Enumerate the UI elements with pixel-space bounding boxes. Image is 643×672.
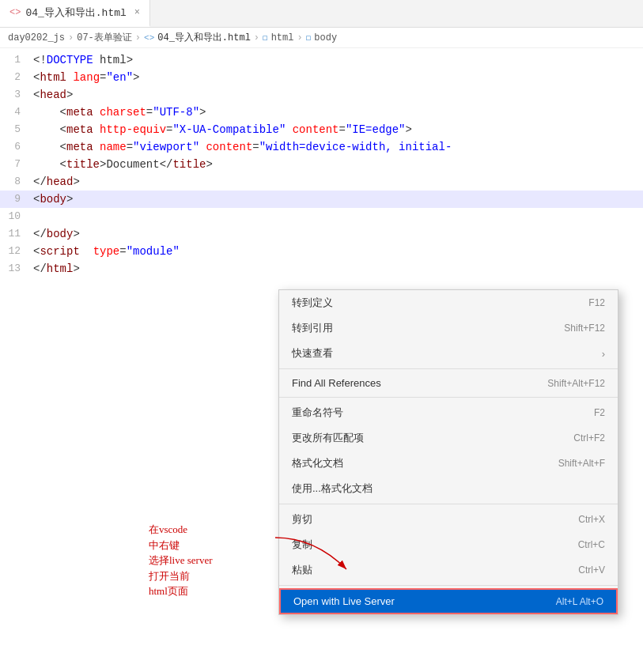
- code-line-7: 7 <title>Document</title>: [0, 156, 643, 173]
- code-line-4: 4 <meta charset="UTF-8">: [0, 104, 643, 121]
- breadcrumb-body[interactable]: body: [314, 32, 337, 43]
- line-content-7: <title>Document</title>: [33, 156, 643, 173]
- menu-paste[interactable]: 粘贴 Ctrl+V: [279, 557, 618, 583]
- breadcrumb-sep-4: ›: [297, 32, 302, 43]
- menu-divider-1: [279, 368, 618, 369]
- menu-rename[interactable]: 重命名符号 F2: [279, 400, 618, 425]
- line-content-3: <head>: [33, 86, 643, 104]
- tab-bar: <> 04_导入和导出.html ×: [0, 0, 643, 28]
- line-number-12: 12: [0, 243, 33, 260]
- menu-rename-label: 重命名符号: [292, 406, 343, 420]
- line-number-7: 7: [0, 156, 33, 173]
- menu-goto-def[interactable]: 转到定义 F12: [279, 290, 618, 315]
- breadcrumb: day0202_js › 07-表单验证 › <> 04_导入和导出.html …: [0, 28, 643, 48]
- menu-copy-label: 复制: [292, 538, 312, 552]
- line-number-1: 1: [0, 51, 33, 69]
- line-number-5: 5: [0, 121, 33, 138]
- code-line-9: 9 <body>: [0, 191, 643, 208]
- editor: 1 <!DOCTYPE html> 2 <html lang="en"> 3 <…: [0, 48, 643, 277]
- menu-find-refs-label: Find All References: [292, 377, 381, 389]
- menu-rename-shortcut: F2: [594, 407, 605, 418]
- breadcrumb-folder[interactable]: 07-表单验证: [77, 31, 132, 44]
- line-content-6: <meta name="viewport" content="width=dev…: [33, 138, 643, 156]
- line-content-5: <meta http-equiv="X-UA-Compatible" conte…: [33, 121, 643, 138]
- code-line-11: 11 </body>: [0, 225, 643, 243]
- code-line-2: 2 <html lang="en">: [0, 69, 643, 86]
- menu-format-with[interactable]: 使用...格式化文档: [279, 476, 618, 501]
- line-number-6: 6: [0, 138, 33, 156]
- menu-divider-4: [279, 585, 618, 586]
- line-content-13: </html>: [33, 260, 643, 277]
- menu-find-refs-shortcut: Shift+Alt+F12: [547, 378, 605, 389]
- menu-change-all[interactable]: 更改所有匹配项 Ctrl+F2: [279, 425, 618, 451]
- code-line-5: 5 <meta http-equiv="X-UA-Compatible" con…: [0, 121, 643, 138]
- menu-goto-ref-shortcut: Shift+F12: [564, 323, 605, 334]
- menu-format-with-label: 使用...格式化文档: [292, 481, 373, 496]
- menu-quick-look-arrow: ›: [602, 348, 605, 360]
- code-line-8: 8 </head>: [0, 173, 643, 191]
- active-tab[interactable]: <> 04_导入和导出.html ×: [0, 0, 150, 27]
- line-number-3: 3: [0, 86, 33, 104]
- menu-format-doc-shortcut: Shift+Alt+F: [558, 458, 605, 469]
- menu-quick-look-label: 快速查看: [292, 346, 333, 361]
- line-number-10: 10: [0, 208, 33, 225]
- breadcrumb-sep-2: ›: [135, 32, 141, 43]
- menu-goto-ref[interactable]: 转到引用 Shift+F12: [279, 315, 618, 341]
- menu-cut[interactable]: 剪切 Ctrl+X: [279, 507, 618, 532]
- menu-quick-look[interactable]: 快速查看 ›: [279, 341, 618, 366]
- menu-find-refs[interactable]: Find All References Shift+Alt+F12: [279, 372, 618, 395]
- line-number-2: 2: [0, 69, 33, 86]
- tab-close-button[interactable]: ×: [134, 7, 140, 18]
- line-content-11: </body>: [33, 225, 643, 243]
- code-line-3: 3 <head>: [0, 86, 643, 104]
- annotation-text: 在vscode中右键选择live server打开当前html页面: [149, 522, 213, 599]
- line-content-2: <html lang="en">: [33, 69, 643, 86]
- line-number-11: 11: [0, 225, 33, 243]
- menu-goto-def-label: 转到定义: [292, 296, 333, 310]
- menu-goto-def-shortcut: F12: [588, 297, 605, 308]
- code-line-13: 13 </html>: [0, 260, 643, 277]
- line-content-12: <script type="module": [33, 243, 643, 260]
- line-number-9: 9: [0, 191, 33, 208]
- menu-goto-ref-label: 转到引用: [292, 321, 333, 335]
- menu-change-all-shortcut: Ctrl+F2: [573, 432, 605, 444]
- menu-format-doc[interactable]: 格式化文档 Shift+Alt+F: [279, 451, 618, 476]
- breadcrumb-file[interactable]: 04_导入和导出.html: [157, 31, 251, 44]
- code-line-1: 1 <!DOCTYPE html>: [0, 51, 643, 69]
- menu-live-server-label: Open with Live Server: [293, 595, 395, 607]
- breadcrumb-day[interactable]: day0202_js: [8, 32, 65, 43]
- line-content-1: <!DOCTYPE html>: [33, 51, 643, 69]
- annotation: 在vscode中右键选择live server打开当前html页面: [149, 522, 213, 599]
- menu-change-all-label: 更改所有匹配项: [292, 431, 364, 445]
- menu-cut-label: 剪切: [292, 512, 312, 527]
- breadcrumb-sep-3: ›: [254, 32, 259, 43]
- line-content-4: <meta charset="UTF-8">: [33, 104, 643, 121]
- menu-paste-shortcut: Ctrl+V: [578, 564, 605, 576]
- tab-file-icon: <>: [9, 7, 21, 18]
- context-menu: 转到定义 F12 转到引用 Shift+F12 快速查看 › Find All …: [278, 289, 618, 615]
- menu-paste-label: 粘贴: [292, 563, 312, 577]
- menu-divider-3: [279, 504, 618, 504]
- line-number-4: 4: [0, 104, 33, 121]
- breadcrumb-file-icon: <>: [144, 33, 154, 43]
- breadcrumb-html[interactable]: html: [271, 32, 294, 43]
- code-line-6: 6 <meta name="viewport" content="width=d…: [0, 138, 643, 156]
- menu-copy-shortcut: Ctrl+C: [578, 539, 605, 550]
- menu-copy[interactable]: 复制 Ctrl+C: [279, 532, 618, 557]
- line-content-8: </head>: [33, 173, 643, 191]
- breadcrumb-body-icon: ◻: [306, 32, 312, 43]
- line-number-13: 13: [0, 260, 33, 277]
- menu-format-doc-label: 格式化文档: [292, 456, 343, 470]
- line-number-8: 8: [0, 173, 33, 191]
- menu-cut-shortcut: Ctrl+X: [578, 514, 605, 525]
- line-content-9: <body>: [33, 191, 643, 208]
- menu-live-server-shortcut: Alt+L Alt+O: [556, 596, 603, 607]
- code-line-12: 12 <script type="module": [0, 243, 643, 260]
- breadcrumb-html-icon: ◻: [263, 32, 268, 43]
- menu-divider-2: [279, 397, 618, 398]
- tab-filename: 04_导入和导出.html: [25, 6, 126, 20]
- breadcrumb-sep-1: ›: [68, 32, 74, 43]
- code-line-10: 10: [0, 208, 643, 225]
- menu-live-server[interactable]: Open with Live Server Alt+L Alt+O: [279, 588, 618, 614]
